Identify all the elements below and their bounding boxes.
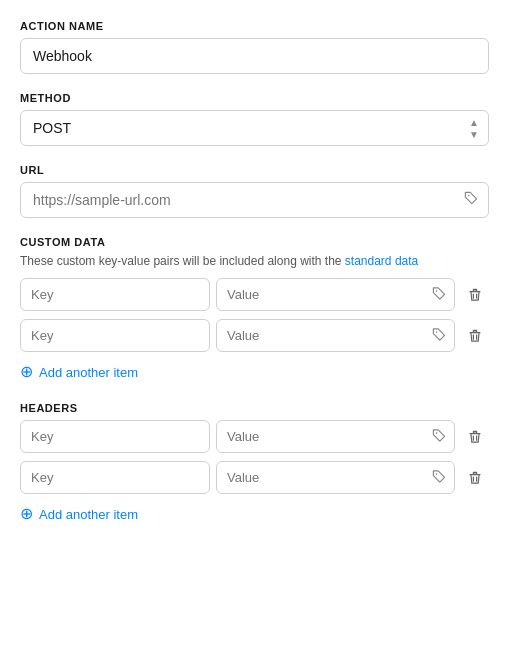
url-label: URL	[20, 164, 489, 176]
header-key-input-2[interactable]	[20, 461, 210, 494]
header-value-input-2[interactable]	[216, 461, 455, 494]
custom-key-input-1[interactable]	[20, 278, 210, 311]
url-section: URL	[20, 164, 489, 218]
custom-data-row	[20, 278, 489, 311]
custom-value-wrapper-1	[216, 278, 455, 311]
headers-add-item-button[interactable]: ⊕ Add another item	[20, 502, 138, 526]
header-delete-button-1[interactable]	[461, 423, 489, 451]
action-name-label: ACTION NAME	[20, 20, 489, 32]
headers-row	[20, 420, 489, 453]
url-wrapper	[20, 182, 489, 218]
headers-label: HEADERS	[20, 402, 489, 414]
custom-data-description: These custom key-value pairs will be inc…	[20, 254, 489, 268]
standard-data-link[interactable]: standard data	[345, 254, 418, 268]
custom-value-input-2[interactable]	[216, 319, 455, 352]
custom-add-item-label: Add another item	[39, 365, 138, 380]
custom-value-input-1[interactable]	[216, 278, 455, 311]
header-value-input-1[interactable]	[216, 420, 455, 453]
method-section: METHOD POST GET PUT PATCH DELETE ▲ ▼	[20, 92, 489, 146]
custom-delete-button-1[interactable]	[461, 281, 489, 309]
method-select-wrapper: POST GET PUT PATCH DELETE ▲ ▼	[20, 110, 489, 146]
header-value-wrapper-1	[216, 420, 455, 453]
headers-section: HEADERS	[20, 402, 489, 526]
headers-add-item-label: Add another item	[39, 507, 138, 522]
custom-data-section: CUSTOM DATA These custom key-value pairs…	[20, 236, 489, 384]
header-delete-button-2[interactable]	[461, 464, 489, 492]
action-name-input[interactable]	[20, 38, 489, 74]
custom-delete-button-2[interactable]	[461, 322, 489, 350]
custom-data-row	[20, 319, 489, 352]
method-label: METHOD	[20, 92, 489, 104]
method-select[interactable]: POST GET PUT PATCH DELETE	[20, 110, 489, 146]
header-value-wrapper-2	[216, 461, 455, 494]
custom-add-item-button[interactable]: ⊕ Add another item	[20, 360, 138, 384]
custom-data-label: CUSTOM DATA	[20, 236, 489, 248]
headers-row	[20, 461, 489, 494]
custom-key-input-2[interactable]	[20, 319, 210, 352]
headers-add-item-circle-icon: ⊕	[20, 506, 33, 522]
header-key-input-1[interactable]	[20, 420, 210, 453]
add-item-circle-icon: ⊕	[20, 364, 33, 380]
custom-value-wrapper-2	[216, 319, 455, 352]
url-input[interactable]	[20, 182, 489, 218]
action-name-section: ACTION NAME	[20, 20, 489, 74]
